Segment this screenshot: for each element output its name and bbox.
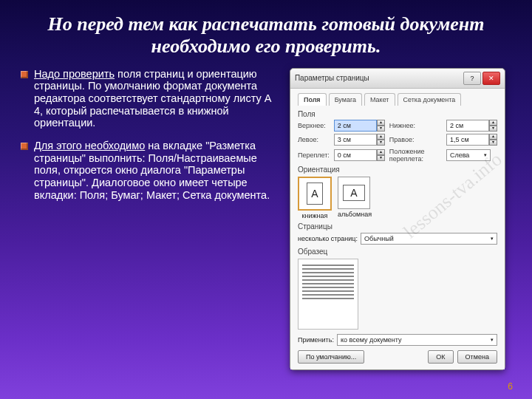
- help-button[interactable]: ?: [463, 72, 481, 85]
- right-input[interactable]: 1,5 см: [446, 134, 489, 146]
- margins-label: Поля: [298, 110, 497, 118]
- spinner[interactable]: ▴▾: [377, 120, 385, 132]
- portrait-caption: книжная: [298, 212, 332, 219]
- para1-lead: Надо проверить: [34, 68, 115, 80]
- gutter-label: Переплет:: [298, 151, 330, 159]
- portrait-icon: A: [307, 183, 323, 205]
- preview-box: [298, 259, 358, 330]
- left-input[interactable]: 3 см: [334, 134, 377, 146]
- para2-lead: Для этого необходимо: [34, 140, 145, 151]
- spinner[interactable]: ▴▾: [489, 134, 497, 146]
- multi-pages-row: несколько страниц: Обычный▾: [298, 233, 497, 245]
- chevron-down-icon: ▾: [491, 236, 494, 242]
- spinner[interactable]: ▴▾: [377, 149, 385, 161]
- cancel-button[interactable]: Отмена: [457, 350, 497, 364]
- apply-select[interactable]: ко всему документу▾: [337, 334, 497, 346]
- right-label: Правое:: [389, 136, 442, 143]
- top-input[interactable]: 2 см: [334, 120, 377, 132]
- pages-label: Страницы: [298, 222, 497, 231]
- landscape-icon: A: [343, 185, 365, 201]
- landscape-caption: альбомная: [338, 211, 372, 218]
- bottom-label: Нижнее:: [389, 122, 442, 129]
- tab-layout[interactable]: Макет: [364, 93, 395, 106]
- spinner[interactable]: ▴▾: [489, 120, 497, 132]
- dialog-footer: По умолчанию... ОК Отмена: [298, 350, 497, 364]
- bullet-icon: [21, 143, 28, 150]
- content-row: Надо проверить поля страниц и ориентацию…: [21, 68, 511, 370]
- orientation-landscape[interactable]: A альбомная: [338, 177, 372, 219]
- apply-row: Применить: ко всему документу▾: [298, 334, 497, 346]
- bullet-icon: [21, 71, 28, 78]
- gutter-pos-label: Положение переплета:: [389, 148, 442, 163]
- multi-pages-value: Обычный: [364, 235, 394, 242]
- tabs-row: Поля Бумага Макет Сетка документа: [298, 93, 497, 106]
- dialog-body: Поля Бумага Макет Сетка документа Поля В…: [290, 89, 505, 369]
- gutter-pos-value: Слева: [450, 151, 469, 159]
- apply-value: ко всему документу: [341, 336, 402, 344]
- bullet-item: Надо проверить поля страниц и ориентацию…: [21, 68, 281, 129]
- bottom-input[interactable]: 2 см: [446, 120, 489, 132]
- dialog-titlebar: Параметры страницы ? ✕: [290, 69, 505, 89]
- close-button[interactable]: ✕: [482, 72, 500, 85]
- gutter-input[interactable]: 0 см: [334, 149, 377, 161]
- spinner[interactable]: ▴▾: [377, 134, 385, 146]
- tab-fields[interactable]: Поля: [298, 93, 327, 106]
- page-setup-dialog: Параметры страницы ? ✕ Поля Бумага Макет…: [290, 68, 505, 370]
- preview-label: Образец: [298, 248, 497, 256]
- apply-label: Применить:: [298, 336, 334, 344]
- orientation-portrait[interactable]: A книжная: [298, 177, 332, 219]
- slide-title: Но перед тем как распечатать готовый док…: [35, 13, 497, 58]
- bullet-item: Для этого необходимо на вкладке "Разметк…: [21, 140, 281, 201]
- tab-paper[interactable]: Бумага: [329, 93, 362, 106]
- left-label: Левое:: [298, 136, 330, 143]
- default-button[interactable]: По умолчанию...: [298, 350, 364, 364]
- top-label: Верхнее:: [298, 122, 330, 129]
- text-column: Надо проверить поля страниц и ориентацию…: [21, 68, 281, 370]
- paragraph-2: Для этого необходимо на вкладке "Разметк…: [34, 140, 281, 201]
- dialog-title: Параметры страницы: [295, 74, 462, 82]
- margins-grid: Верхнее: 2 см▴▾ Нижнее: 2 см▴▾ Левое: 3 …: [298, 120, 497, 163]
- chevron-down-icon: ▾: [491, 337, 494, 343]
- multi-pages-label: несколько страниц:: [298, 235, 358, 242]
- multi-pages-select[interactable]: Обычный▾: [361, 233, 497, 245]
- ok-button[interactable]: ОК: [428, 350, 453, 364]
- tab-grid[interactable]: Сетка документа: [398, 93, 462, 106]
- page-number: 6: [508, 381, 513, 392]
- paragraph-1: Надо проверить поля страниц и ориентацию…: [34, 68, 281, 129]
- slide: Но перед тем как распечатать готовый док…: [0, 0, 532, 399]
